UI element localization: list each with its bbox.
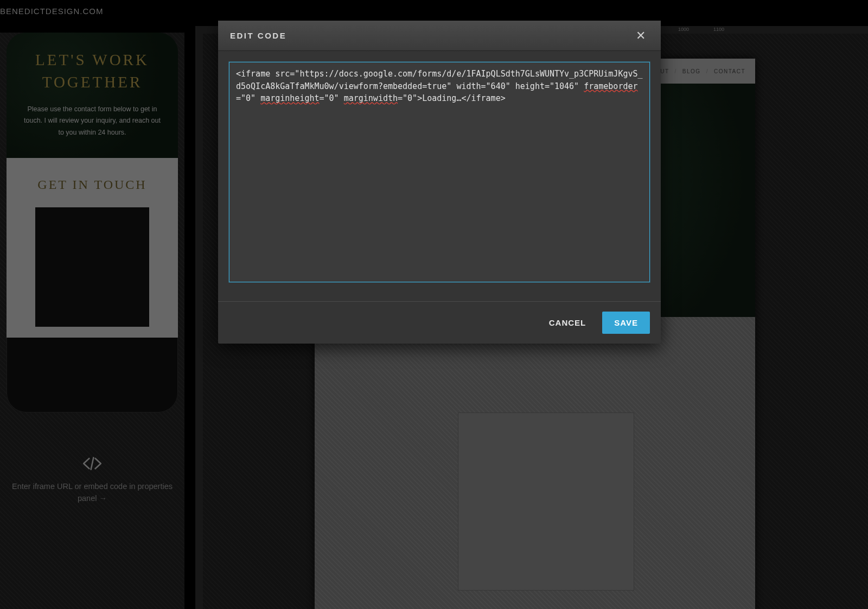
modal-footer: CANCEL SAVE (218, 301, 661, 344)
close-button[interactable]: ✕ (633, 27, 649, 45)
edit-code-modal: EDIT CODE ✕ <iframe src="https://docs.go… (218, 21, 661, 344)
code-textarea[interactable]: <iframe src="https://docs.google.com/for… (229, 62, 650, 282)
close-icon: ✕ (636, 29, 646, 42)
modal-body: <iframe src="https://docs.google.com/for… (218, 51, 661, 301)
modal-title: EDIT CODE (230, 31, 286, 40)
cancel-button[interactable]: CANCEL (546, 313, 590, 333)
save-button[interactable]: SAVE (602, 312, 650, 334)
modal-header: EDIT CODE ✕ (218, 21, 661, 51)
